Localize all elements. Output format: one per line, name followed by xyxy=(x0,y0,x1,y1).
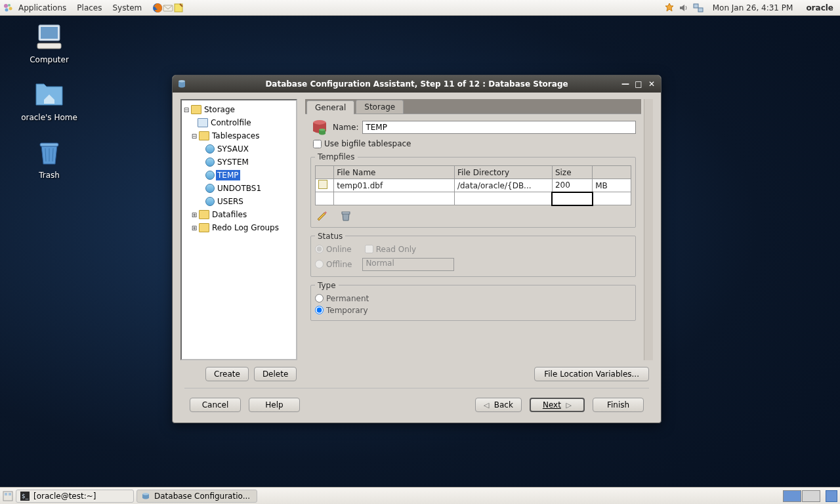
temporary-radio[interactable] xyxy=(315,306,324,314)
cell-unit[interactable]: MB xyxy=(593,179,631,192)
create-button[interactable]: Create xyxy=(205,367,249,381)
tab-general[interactable]: General xyxy=(306,100,354,114)
titlebar[interactable]: Database Configuration Assistant, Step 1… xyxy=(173,75,661,93)
bigfile-checkbox[interactable] xyxy=(313,140,322,148)
col-size[interactable]: Size xyxy=(552,166,592,179)
close-button[interactable]: ✕ xyxy=(646,79,657,89)
cell-size[interactable]: 200 xyxy=(552,179,592,192)
chevron-right-icon: ▷ xyxy=(566,401,572,410)
col-filedir[interactable]: File Directory xyxy=(454,166,552,179)
workspace-2[interactable] xyxy=(802,490,820,502)
online-label: Online xyxy=(326,245,352,254)
detail-panel: General Storage Name: Use bigfile tables… xyxy=(305,99,653,360)
tree-controlfile[interactable]: Controlfile xyxy=(209,117,253,128)
help-button[interactable]: Help xyxy=(249,398,300,412)
next-label: Next xyxy=(543,400,561,410)
mail-icon[interactable] xyxy=(163,3,173,13)
tree-datafiles[interactable]: Datafiles xyxy=(211,209,248,220)
finish-button[interactable]: Finish xyxy=(593,398,644,412)
tablespace-icon xyxy=(205,144,215,154)
folder-home-icon xyxy=(33,79,65,110)
name-input[interactable] xyxy=(362,121,636,134)
folder-open-icon xyxy=(199,131,209,140)
tab-storage[interactable]: Storage xyxy=(356,100,404,114)
menu-places[interactable]: Places xyxy=(72,2,107,14)
collapse-icon[interactable]: ⊟ xyxy=(191,133,198,140)
taskbar-terminal[interactable]: $_ [oracle@test:~] xyxy=(16,490,134,503)
tree-ts-temp[interactable]: TEMP xyxy=(216,170,240,180)
desktop-icon-computer[interactable]: Computer xyxy=(13,21,85,64)
maximize-button[interactable]: □ xyxy=(633,79,644,89)
delete-button[interactable]: Delete xyxy=(254,367,297,381)
workspace-switcher[interactable] xyxy=(783,490,820,502)
desktop-icon-trash[interactable]: Trash xyxy=(13,136,85,180)
edit-icon[interactable] xyxy=(316,210,328,222)
svg-rect-19 xyxy=(342,212,350,214)
name-label: Name: xyxy=(333,123,358,132)
svg-rect-22 xyxy=(9,493,11,495)
svg-point-2 xyxy=(9,7,12,10)
cancel-button[interactable]: Cancel xyxy=(190,398,241,412)
storage-tree[interactable]: ⊟Storage Controlfile ⊟Tablespaces SYSAUX… xyxy=(180,99,297,360)
offline-mode-select: Normal xyxy=(362,258,454,271)
tree-tablespaces[interactable]: Tablespaces xyxy=(211,131,261,141)
table-row-empty[interactable] xyxy=(316,192,631,205)
desktop-icon-label: Trash xyxy=(39,171,60,180)
file-location-variables-button[interactable]: File Location Variables... xyxy=(534,367,649,381)
expand-icon[interactable]: ⊞ xyxy=(191,224,198,232)
clock[interactable]: Mon Jan 26, 4:31 PM xyxy=(713,3,793,12)
tree-redolog[interactable]: Redo Log Groups xyxy=(211,222,280,233)
firefox-icon[interactable] xyxy=(152,3,163,13)
delete-icon[interactable] xyxy=(340,210,352,222)
app-icon xyxy=(177,79,187,89)
tree-ts-sysaux[interactable]: SYSAUX xyxy=(216,144,250,154)
desktop-icon-label: Computer xyxy=(30,55,69,64)
tablespace-icon xyxy=(205,197,215,206)
notes-icon[interactable] xyxy=(173,3,184,13)
minimize-button[interactable]: — xyxy=(620,79,631,89)
tree-root[interactable]: Storage xyxy=(203,104,236,115)
svg-point-1 xyxy=(8,4,10,7)
tree-ts-system[interactable]: SYSTEM xyxy=(216,157,250,167)
type-group: Type Permanent Temporary xyxy=(310,281,636,321)
permanent-label: Permanent xyxy=(326,294,369,303)
cell-filename[interactable]: temp01.dbf xyxy=(334,179,455,192)
status-group: Status Online Read Only Offline Normal xyxy=(310,232,636,277)
top-panel: Applications Places System Mon Jan 26, 4… xyxy=(0,0,840,16)
cell-filedir[interactable]: /data/oracle/{DB... xyxy=(454,179,552,192)
back-label: Back xyxy=(494,400,513,410)
trash-applet-icon[interactable] xyxy=(826,490,837,502)
status-legend: Status xyxy=(315,232,345,241)
tree-ts-undotbs1[interactable]: UNDOTBS1 xyxy=(216,183,262,194)
back-button[interactable]: ◁ Back xyxy=(475,398,522,412)
permanent-radio[interactable] xyxy=(315,294,324,303)
workspace-1[interactable] xyxy=(783,490,801,502)
desktop-icon-label: oracle's Home xyxy=(21,113,77,122)
network-icon[interactable] xyxy=(693,3,704,13)
update-icon[interactable] xyxy=(664,3,675,13)
tempfiles-legend: Tempfiles xyxy=(315,152,358,161)
taskbar-dbca[interactable]: Database Configuratio... xyxy=(136,490,257,503)
table-row[interactable]: temp01.dbf /data/oracle/{DB... 200 MB xyxy=(316,179,631,192)
scrollbar[interactable] xyxy=(644,99,653,360)
col-filename[interactable]: File Name xyxy=(334,166,455,179)
database-icon xyxy=(310,118,329,136)
show-desktop-icon[interactable] xyxy=(3,491,13,501)
folder-icon xyxy=(199,223,209,232)
volume-icon[interactable] xyxy=(679,3,689,13)
tabs: General Storage xyxy=(305,99,641,114)
svg-rect-12 xyxy=(40,143,58,146)
user-menu[interactable]: oracle xyxy=(806,3,833,12)
tree-ts-users[interactable]: USERS xyxy=(216,196,245,207)
trash-icon xyxy=(33,136,65,168)
desktop-icon-home[interactable]: oracle's Home xyxy=(13,79,85,122)
menu-applications[interactable]: Applications xyxy=(13,2,72,14)
collapse-icon[interactable]: ⊟ xyxy=(183,106,190,114)
task-label: [oracle@test:~] xyxy=(33,492,96,501)
file-icon xyxy=(198,118,208,127)
chevron-left-icon: ◁ xyxy=(484,401,489,410)
menu-system[interactable]: System xyxy=(107,2,147,14)
next-button[interactable]: Next ▷ xyxy=(530,398,585,412)
expand-icon[interactable]: ⊞ xyxy=(191,211,198,219)
offline-radio xyxy=(315,260,324,268)
